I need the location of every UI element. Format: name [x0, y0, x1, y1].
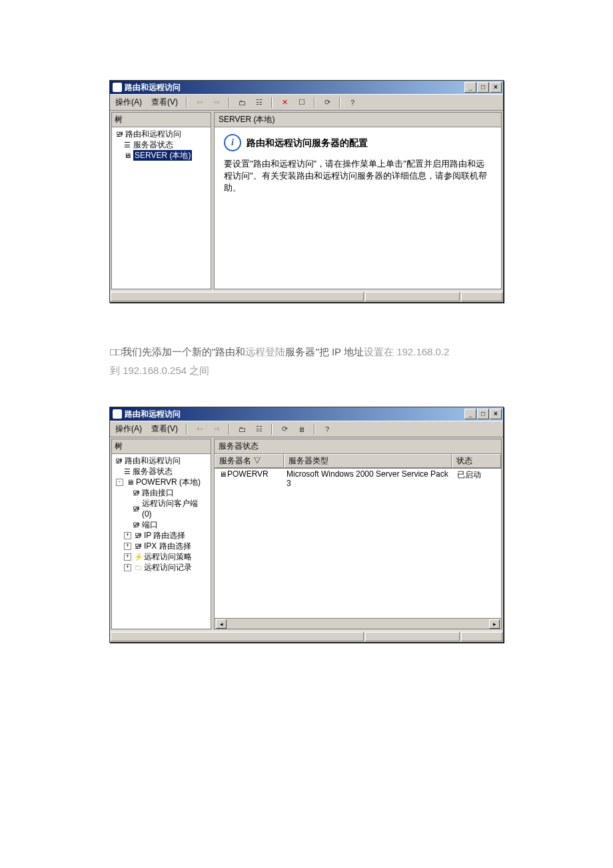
help-icon[interactable]: ? [346, 97, 359, 109]
horizontal-scrollbar[interactable]: ◂ ▸ [215, 618, 501, 629]
col-status[interactable]: 状态 [452, 454, 501, 468]
refresh-icon[interactable]: ⟳ [320, 97, 334, 109]
tree-header: 树 [112, 113, 211, 127]
menu-view[interactable]: 查看(V) [149, 423, 181, 435]
tree-remote-policy[interactable]: +⚡远程访问策略 [113, 551, 209, 562]
back-icon[interactable]: ⇦ [193, 97, 206, 109]
tree-routing-interfaces[interactable]: 🖳路由接口 [113, 487, 209, 498]
tree-header: 树 [112, 439, 211, 454]
tree-server-local[interactable]: 🖥SERVER (本地) [113, 150, 209, 161]
list-row[interactable]: 🖥POWERVR Microsoft Windows 2000 Server S… [215, 469, 501, 489]
maximize-button[interactable]: □ [477, 82, 489, 93]
export-icon[interactable]: 🗎 [295, 423, 308, 435]
delete-icon[interactable]: ✕ [278, 97, 291, 109]
tree-ports[interactable]: 🖳端口 [113, 519, 209, 530]
menubar: 操作(A) 查看(V) ⇦ ⇨ 🗀 ☷ ⟳ 🗎 ? [110, 421, 503, 437]
col-server-type[interactable]: 服务器类型 [284, 454, 452, 468]
tree-pane: 树 🖳路由和远程访问 ☰服务器状态 -🖥POWERVR (本地) 🖳路由接口 🖳… [111, 439, 211, 629]
info-text: 要设置"路由和远程访问"，请在操作菜单上单击"配置并启用路由和远程访问"。有关安… [224, 158, 492, 194]
maximize-button[interactable]: □ [477, 409, 489, 419]
tree-remote-log[interactable]: +🗀远程访问记录 [113, 562, 209, 573]
rras-window-1: 路由和远程访问 _ □ × 操作(A) 查看(V) ⇦ ⇨ 🗀 ☷ ✕ ☐ ⟳ … [109, 80, 504, 303]
tree-root[interactable]: 🖳路由和远程访问 [113, 455, 209, 466]
info-icon: i [224, 134, 241, 151]
app-icon [113, 83, 122, 92]
close-button[interactable]: × [490, 409, 502, 419]
help-icon[interactable]: ? [320, 423, 334, 435]
body-paragraph: □□我们先添加一个新的"路由和远程登陆服务器"把 IP 地址设置在 192.16… [110, 343, 503, 380]
tree-remote-clients[interactable]: 🖳远程访问客户端 (0) [113, 498, 209, 519]
scroll-right-icon[interactable]: ▸ [489, 619, 500, 629]
titlebar[interactable]: 路由和远程访问 _ □ × [110, 81, 503, 94]
properties-icon[interactable]: ☐ [295, 97, 308, 109]
list-header: 服务器名 ▽ 服务器类型 状态 [215, 454, 501, 469]
window-title: 路由和远程访问 [125, 82, 181, 93]
tree-root[interactable]: 🖳路由和远程访问 [113, 129, 209, 139]
info-title: 路由和远程访问服务器的配置 [247, 137, 368, 149]
content-header: 服务器状态 [215, 439, 501, 454]
forward-icon[interactable]: ⇨ [210, 97, 223, 109]
tree-server-status[interactable]: ☰服务器状态 [113, 466, 209, 477]
show-icon[interactable]: ☷ [253, 97, 266, 109]
minimize-button[interactable]: _ [464, 82, 476, 93]
back-icon[interactable]: ⇦ [193, 423, 206, 435]
tree-pane: 树 🖳路由和远程访问 ☰服务器状态 🖥SERVER (本地) [111, 112, 211, 289]
app-icon [113, 409, 122, 419]
tree-server-local[interactable]: -🖥POWERVR (本地) [113, 477, 209, 487]
col-server-name[interactable]: 服务器名 ▽ [215, 454, 284, 468]
minimize-button[interactable]: _ [464, 409, 476, 419]
tree-ip-routing[interactable]: +🖳IP 路由选择 [113, 530, 209, 541]
titlebar[interactable]: 路由和远程访问 _ □ × [110, 407, 503, 421]
tree-server-status[interactable]: ☰服务器状态 [113, 139, 209, 150]
statusbar [110, 631, 503, 642]
window-title: 路由和远程访问 [125, 409, 181, 420]
content-pane: 服务器状态 服务器名 ▽ 服务器类型 状态 🖥POWERVR Microsoft… [214, 439, 502, 629]
up-icon[interactable]: 🗀 [235, 423, 249, 435]
show-icon[interactable]: ☷ [253, 423, 266, 435]
menu-action[interactable]: 操作(A) [113, 423, 145, 435]
statusbar [110, 291, 503, 302]
close-button[interactable]: × [490, 82, 502, 93]
forward-icon[interactable]: ⇨ [210, 423, 223, 435]
content-pane: SERVER (本地) i 路由和远程访问服务器的配置 要设置"路由和远程访问"… [214, 112, 502, 289]
rras-window-2: 路由和远程访问 _ □ × 操作(A) 查看(V) ⇦ ⇨ 🗀 ☷ ⟳ 🗎 ? [109, 407, 504, 643]
up-icon[interactable]: 🗀 [235, 97, 249, 109]
tree-ipx-routing[interactable]: +🖳IPX 路由选择 [113, 541, 209, 551]
menu-action[interactable]: 操作(A) [113, 96, 145, 109]
content-header: SERVER (本地) [215, 113, 501, 127]
menu-view[interactable]: 查看(V) [149, 96, 181, 109]
refresh-icon[interactable]: ⟳ [278, 423, 291, 435]
menubar: 操作(A) 查看(V) ⇦ ⇨ 🗀 ☷ ✕ ☐ ⟳ ? [110, 94, 503, 110]
scroll-left-icon[interactable]: ◂ [216, 619, 227, 629]
